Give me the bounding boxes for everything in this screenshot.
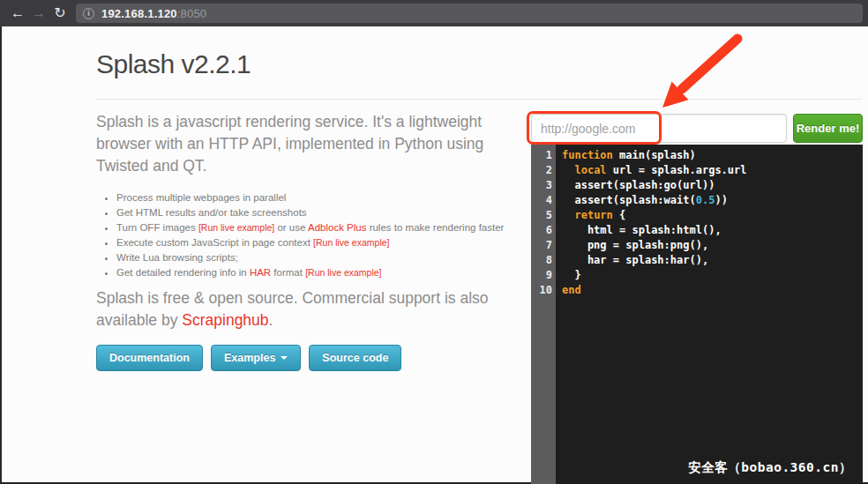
line-number: 10	[531, 283, 552, 298]
text-fragment: Splash is free & open source. Commercial…	[96, 289, 489, 329]
line-number: 4	[531, 193, 552, 208]
code-token: }	[562, 269, 581, 281]
text-fragment: Execute custom JavaScript in page contex…	[116, 237, 313, 248]
feature-link[interactable]: [Run live example]	[305, 267, 381, 278]
screenshot-root: ← → ↻ i 192.168.1.120:8050 Splash v2.2.1…	[0, 0, 868, 484]
text-fragment: .	[269, 311, 273, 329]
url-port: :8050	[177, 7, 207, 20]
source-code-button-label: Source code	[322, 352, 388, 364]
line-number: 9	[531, 268, 552, 283]
features-list: Process multiple webpages in parallelGet…	[116, 190, 531, 280]
code-token: assert(splash:go(url))	[562, 179, 715, 191]
text-fragment: or use	[274, 222, 308, 233]
code-token: {	[613, 209, 625, 221]
code-token	[562, 164, 574, 176]
feature-link[interactable]: [Run live example]	[198, 222, 274, 233]
scrapinghub-link[interactable]: Scrapinghub	[182, 311, 268, 329]
code-token: main(splash)	[613, 149, 696, 161]
watermark-text: 安全客（bobao.360.cn）	[688, 459, 852, 476]
code-line: function main(splash)	[562, 148, 863, 163]
lua-script-editor[interactable]: 12345678910 function main(splash) local …	[531, 145, 863, 484]
code-line: end	[562, 283, 863, 298]
intro-paragraph: Splash is a javascript rendering service…	[96, 111, 518, 177]
code-token: return	[574, 209, 612, 221]
chevron-down-icon	[281, 356, 288, 360]
code-token: html = splash:html(),	[562, 224, 722, 236]
code-line: assert(splash:wait(0.5))	[562, 193, 863, 208]
code-line: png = splash:png(),	[562, 238, 863, 253]
line-number: 3	[531, 178, 552, 193]
support-paragraph: Splash is free & open source. Commercial…	[96, 287, 518, 331]
code-token: 0.5	[696, 194, 715, 206]
text-fragment: Process multiple webpages in parallel	[116, 192, 286, 203]
feature-item: Get detailed rendering info in HAR forma…	[116, 265, 531, 280]
url-host: 192.168.1.120	[101, 7, 177, 20]
code-line: har = splash:har(),	[562, 253, 863, 268]
code-token: end	[562, 284, 581, 296]
forward-icon[interactable]: →	[28, 6, 49, 20]
code-line: }	[562, 268, 863, 283]
line-number: 1	[531, 148, 552, 163]
text-fragment: Get detailed rendering info in	[116, 267, 250, 278]
code-token: assert(splash:wait(	[562, 194, 696, 206]
line-number: 7	[531, 238, 552, 253]
documentation-button[interactable]: Documentation	[96, 345, 203, 371]
browser-toolbar: ← → ↻ i 192.168.1.120:8050	[0, 0, 868, 26]
title-divider	[96, 99, 862, 100]
feature-item: Write Lua browsing scripts;	[116, 250, 531, 265]
feature-link[interactable]: Adblock Plus	[308, 222, 366, 233]
code-token: local	[574, 164, 606, 176]
feature-item: Execute custom JavaScript in page contex…	[116, 235, 531, 250]
text-fragment: rules to make rendering faster	[366, 222, 504, 233]
code-token: url = splash.args.url	[607, 164, 747, 176]
line-number: 8	[531, 253, 552, 268]
text-fragment: Write Lua browsing scripts;	[116, 252, 238, 263]
feature-item: Get HTML results and/or take screenshots	[116, 205, 531, 220]
address-bar[interactable]: i 192.168.1.120:8050	[76, 4, 863, 23]
code-token: png = splash:png(),	[562, 239, 708, 251]
feature-link[interactable]: [Run live example]	[313, 237, 389, 248]
text-fragment: Turn OFF images	[116, 222, 198, 233]
back-icon[interactable]: ←	[7, 6, 28, 20]
splash-page: Splash v2.2.1 Splash is a javascript ren…	[0, 26, 868, 484]
code-token: function	[562, 149, 613, 161]
examples-button[interactable]: Examples	[211, 345, 301, 371]
code-line: html = splash:html(),	[562, 223, 863, 238]
feature-item: Process multiple webpages in parallel	[116, 190, 531, 205]
code-line: assert(splash:go(url))	[562, 178, 863, 193]
action-button-row: Documentation Examples Source code	[96, 345, 401, 371]
feature-link[interactable]: HAR	[250, 267, 271, 278]
source-code-button[interactable]: Source code	[309, 345, 401, 371]
code-token: har = splash:har(),	[562, 254, 708, 266]
code-token	[562, 209, 574, 221]
code-token: ))	[715, 194, 727, 206]
code-line: return {	[562, 208, 863, 223]
code-line: local url = splash.args.url	[562, 163, 863, 178]
text-fragment: Get HTML results and/or take screenshots	[116, 207, 307, 218]
documentation-button-label: Documentation	[109, 352, 190, 364]
page-title: Splash v2.2.1	[96, 49, 251, 79]
examples-button-label: Examples	[224, 352, 275, 364]
line-number: 5	[531, 208, 552, 223]
editor-line-numbers: 12345678910	[531, 145, 556, 484]
url-input[interactable]	[531, 114, 787, 143]
text-fragment: format	[271, 267, 305, 278]
editor-code[interactable]: function main(splash) local url = splash…	[556, 145, 863, 484]
info-icon[interactable]: i	[83, 8, 94, 19]
line-number: 6	[531, 223, 552, 238]
line-number: 2	[531, 163, 552, 178]
render-button[interactable]: Render me!	[793, 114, 863, 143]
feature-item: Turn OFF images [Run live example] or us…	[116, 220, 531, 235]
render-form: Render me!	[531, 114, 863, 143]
reload-icon[interactable]: ↻	[49, 6, 71, 20]
